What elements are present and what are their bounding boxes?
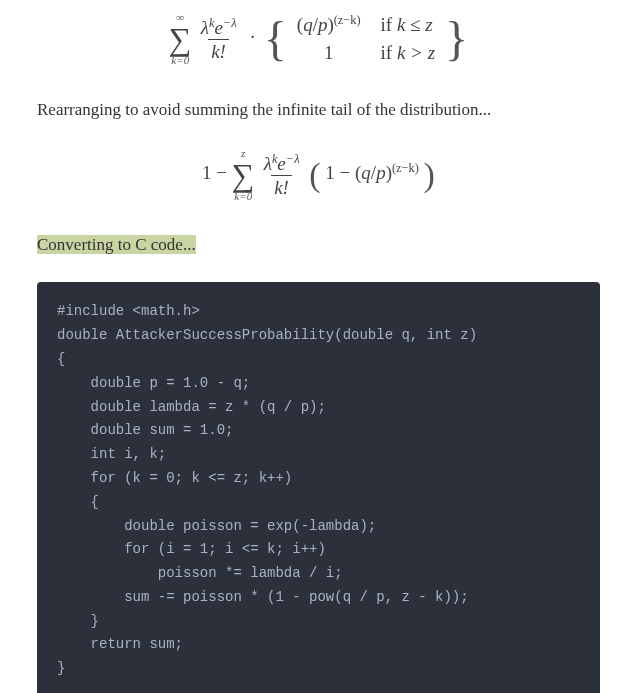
case-1-value: (q/p)(z−k) [287,10,371,39]
sigma-icon-2: ∑ [232,159,255,191]
sum-lower-limit: k=0 [171,55,189,66]
summation-symbol: ∞ ∑ k=0 [169,12,192,66]
summation-symbol-2: z ∑ k=0 [232,148,255,202]
sum2-lower-limit: k=0 [234,191,252,202]
formula-rearranged: 1 − z ∑ k=0 λke−λ k! ( 1 − (q/p)(z−k) ) [37,148,600,202]
sigma-icon: ∑ [169,23,192,55]
fraction-2-denominator: k! [271,175,292,197]
right-paren-icon: ) [424,156,435,193]
fraction-2-numerator: λke−λ [261,153,303,175]
code-block: #include <math.h> double AttackerSuccess… [37,282,600,693]
case-row-2: 1 if k > z [287,39,445,67]
inner-expression: 1 − (q/p)(z−k) [325,162,423,183]
formula-sum-cases: ∞ ∑ k=0 λke−λ k! · { (q/p)(z−k) [37,10,600,67]
case-2-condition: if k > z [371,39,446,67]
fraction-numerator: λke−λ [198,17,240,39]
case-row-1: (q/p)(z−k) if k ≤ z [287,10,445,39]
code-content: #include <math.h> double AttackerSuccess… [57,300,580,681]
paragraph-rearranging: Rearranging to avoid summing the infinit… [37,97,600,123]
fraction: λke−λ k! [198,17,240,61]
case-2-value: 1 [287,39,371,67]
cases-expression: { (q/p)(z−k) if k ≤ z 1 [264,10,468,67]
fraction-denominator: k! [208,39,229,61]
one-minus: 1 − [202,162,232,183]
case-1-condition: if k ≤ z [371,10,446,39]
fraction-2: λke−λ k! [261,153,303,197]
left-paren-icon: ( [309,156,320,193]
dot-operator: · [246,26,259,47]
paragraph-converting: Converting to C code... [37,232,600,258]
highlighted-text: Converting to C code... [37,235,196,254]
